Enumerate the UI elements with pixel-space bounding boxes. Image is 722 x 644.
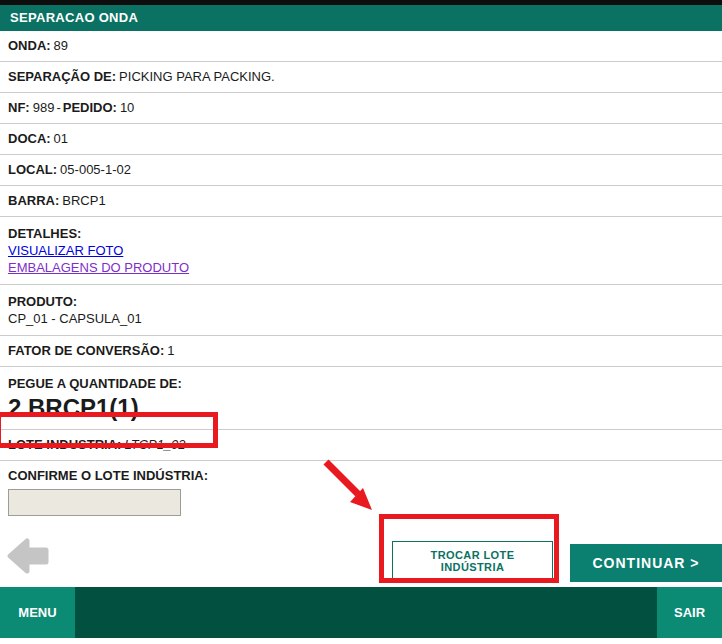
field-row-quantidade: PEGUE A QUANTIDADE DE: 2 BRCP1(1) xyxy=(0,367,722,430)
field-label: LOCAL: xyxy=(8,162,57,177)
field-value: 10 xyxy=(120,100,134,115)
field-value: CP_01 - CAPSULA_01 xyxy=(8,310,714,327)
field-label: SEPARAÇÃO DE: xyxy=(8,69,116,84)
page-title: SEPARACAO ONDA xyxy=(0,5,722,31)
field-label: LOTE INDUSTRIA: xyxy=(8,437,121,452)
lote-industria-value: LTCP1_02 xyxy=(124,437,185,452)
page-title-text: SEPARACAO ONDA xyxy=(10,10,138,25)
field-value: PICKING PARA PACKING. xyxy=(119,69,275,84)
field-row-barra: BARRA:BRCP1 xyxy=(0,186,722,217)
action-area: TROCAR LOTE INDÚSTRIA CONTINUAR > xyxy=(0,524,722,596)
back-arrow-icon[interactable] xyxy=(6,532,52,585)
field-label: DETALHES: xyxy=(8,226,81,241)
field-label: NF: xyxy=(8,100,30,115)
field-value: 01 xyxy=(54,131,68,146)
field-separator: - xyxy=(56,100,60,115)
field-label: PEDIDO: xyxy=(63,100,117,115)
trocar-lote-industria-button[interactable]: TROCAR LOTE INDÚSTRIA xyxy=(392,541,553,581)
field-row-nf-pedido: NF:989-PEDIDO:10 xyxy=(0,93,722,124)
field-row-separacao: SEPARAÇÃO DE:PICKING PARA PACKING. xyxy=(0,62,722,93)
field-label: BARRA: xyxy=(8,193,59,208)
visualizar-foto-link[interactable]: VISUALIZAR FOTO xyxy=(8,242,123,259)
field-value: 989 xyxy=(33,100,55,115)
field-label: PRODUTO: xyxy=(8,294,77,309)
sair-button[interactable]: SAIR xyxy=(657,587,722,638)
field-row-fator: FATOR DE CONVERSÃO:1 xyxy=(0,336,722,367)
field-value: 05-005-1-02 xyxy=(60,162,131,177)
field-row-onda: ONDA:89 xyxy=(0,31,722,62)
field-label: FATOR DE CONVERSÃO: xyxy=(8,343,164,358)
field-row-produto: PRODUTO: CP_01 - CAPSULA_01 xyxy=(0,285,722,336)
field-row-local: LOCAL:05-005-1-02 xyxy=(0,155,722,186)
quantidade-value: 2 BRCP1(1) xyxy=(8,395,714,421)
field-row-lote-industria: LOTE INDUSTRIA:LTCP1_02 xyxy=(0,430,722,461)
menu-button[interactable]: MENU xyxy=(0,587,75,638)
field-label: CONFIRME O LOTE INDÚSTRIA: xyxy=(8,468,208,483)
confirme-lote-input[interactable] xyxy=(8,489,181,516)
footer-bar: MENU SAIR xyxy=(0,587,722,638)
field-value: 1 xyxy=(167,343,174,358)
field-value: BRCP1 xyxy=(62,193,105,208)
field-label: DOCA: xyxy=(8,131,51,146)
field-label: ONDA: xyxy=(8,38,51,53)
field-row-doca: DOCA:01 xyxy=(0,124,722,155)
field-value: 89 xyxy=(54,38,68,53)
field-row-confirme-lote: CONFIRME O LOTE INDÚSTRIA: xyxy=(0,461,722,524)
field-label: PEGUE A QUANTIDADE DE: xyxy=(8,376,182,391)
field-row-detalhes: DETALHES: VISUALIZAR FOTO EMBALAGENS DO … xyxy=(0,217,722,285)
embalagens-produto-link[interactable]: EMBALAGENS DO PRODUTO xyxy=(8,259,189,276)
continuar-button[interactable]: CONTINUAR > xyxy=(570,544,722,582)
